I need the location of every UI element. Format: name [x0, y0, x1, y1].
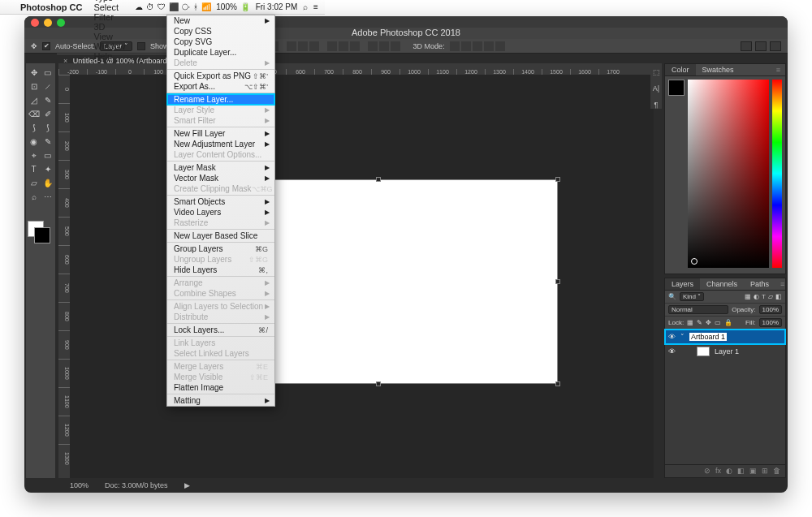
layer-foot-icon[interactable]: ◧: [737, 467, 745, 476]
visibility-icon[interactable]: 👁: [668, 333, 676, 341]
menu-item[interactable]: Export As...⌥⇧⌘': [167, 81, 274, 92]
menu-item[interactable]: Lock Layers...⌘/: [167, 325, 274, 335]
filter-type-icon[interactable]: T: [762, 293, 766, 300]
menu-view[interactable]: View: [88, 32, 131, 41]
menu-item[interactable]: New▶: [167, 15, 274, 26]
zoom-level[interactable]: 100%: [70, 481, 89, 489]
minibar-icon[interactable]: ⬚: [653, 68, 660, 76]
distribute-icon[interactable]: [379, 41, 389, 51]
tool-icon[interactable]: ⊡: [28, 80, 40, 93]
menu-item[interactable]: Quick Export as PNG⇧⌘': [167, 71, 274, 81]
menu-item[interactable]: Group Layers⌘G: [167, 243, 274, 254]
tool-icon[interactable]: ⟋: [41, 80, 54, 93]
menu-filter[interactable]: Filter: [88, 12, 131, 22]
lock-all-icon[interactable]: 🔒: [724, 319, 732, 326]
align-icon[interactable]: [309, 41, 319, 51]
layer-foot-icon[interactable]: ⊘: [704, 467, 710, 476]
menu-item[interactable]: Matting▶: [167, 395, 274, 406]
align-icon[interactable]: [298, 41, 308, 51]
show-transform-checkbox[interactable]: [137, 42, 145, 50]
layer-foot-icon[interactable]: fx: [715, 467, 721, 476]
transform-handle[interactable]: [376, 177, 381, 182]
layer-foot-icon[interactable]: ◐: [726, 467, 732, 476]
color-picker[interactable]: [688, 80, 769, 268]
chevron-down-icon[interactable]: ˅: [680, 333, 685, 341]
lock-pixels-icon[interactable]: ✎: [697, 319, 702, 326]
tab-paths[interactable]: Paths: [744, 278, 775, 290]
tool-icon[interactable]: ✦: [41, 163, 54, 175]
menu-item[interactable]: Duplicate Layer...: [167, 47, 274, 58]
filter-smart-icon[interactable]: ◧: [775, 293, 782, 300]
search-icon[interactable]: [741, 41, 752, 51]
app-name[interactable]: Photoshop CC: [15, 0, 88, 14]
minimize-icon[interactable]: [44, 19, 52, 27]
menu-help[interactable]: Help: [88, 51, 131, 61]
minibar-icon[interactable]: A|: [653, 84, 659, 93]
menu-select[interactable]: Select: [88, 2, 131, 12]
tab-channels[interactable]: Channels: [700, 278, 744, 290]
tool-icon[interactable]: ▱: [28, 177, 40, 189]
opacity-input[interactable]: 100%: [759, 305, 782, 314]
tool-icon[interactable]: ✥: [28, 67, 40, 79]
menu-item[interactable]: Copy CSS: [167, 26, 274, 37]
transform-handle[interactable]: [555, 279, 560, 284]
menu-item[interactable]: Layer Mask▶: [167, 162, 274, 173]
filter-shape-icon[interactable]: ▱: [768, 293, 773, 300]
transform-handle[interactable]: [555, 177, 560, 182]
tool-icon[interactable]: ✎: [41, 94, 54, 106]
layer-row[interactable]: 👁Layer 1: [665, 344, 785, 359]
auto-select-checkbox[interactable]: ✔: [42, 42, 50, 50]
menu-item[interactable]: Rename Layer...: [167, 94, 274, 105]
panel-menu-icon[interactable]: ≡: [775, 278, 788, 290]
lock-position-icon[interactable]: ✥: [706, 319, 711, 326]
layer-thumbnail[interactable]: [697, 347, 710, 356]
minibar-icon[interactable]: ¶: [654, 101, 659, 109]
filter-pixel-icon[interactable]: ▦: [745, 293, 751, 300]
distribute-icon[interactable]: [339, 41, 348, 51]
tab-layers[interactable]: Layers: [665, 278, 700, 290]
menu-item[interactable]: Flatten Image: [167, 382, 274, 393]
tool-icon[interactable]: ✎: [41, 136, 54, 148]
color-swatches[interactable]: [28, 221, 54, 245]
lock-artboard-icon[interactable]: ▭: [715, 319, 721, 326]
tool-icon[interactable]: ⌖: [28, 149, 40, 162]
blend-mode-dropdown[interactable]: Normal: [668, 305, 728, 314]
tool-icon[interactable]: ⋯: [41, 191, 54, 203]
distribute-icon[interactable]: [368, 41, 378, 51]
workspace-icon[interactable]: [755, 41, 767, 51]
tool-icon[interactable]: ✐: [41, 108, 54, 120]
menu-window[interactable]: Window: [88, 41, 131, 51]
hue-slider[interactable]: [772, 80, 782, 268]
layer-menu-dropdown[interactable]: New▶Copy CSSCopy SVGDuplicate Layer...De…: [166, 15, 275, 407]
tool-icon[interactable]: ⟆: [28, 122, 40, 134]
tab-swatches[interactable]: Swatches: [696, 64, 741, 75]
distribute-icon[interactable]: [391, 41, 400, 51]
mode-3d-icon[interactable]: [484, 41, 494, 51]
tool-icon[interactable]: T: [28, 163, 40, 175]
menu-item[interactable]: New Fill Layer▶: [167, 128, 274, 139]
menu-item[interactable]: Video Layers▶: [167, 207, 274, 218]
filter-kind-dropdown[interactable]: Kind ˅: [680, 292, 704, 301]
share-icon[interactable]: [770, 41, 781, 51]
foreground-swatch[interactable]: [668, 80, 685, 96]
tool-icon[interactable]: ⟆: [41, 122, 54, 134]
menu-3d[interactable]: 3D: [88, 22, 131, 32]
align-icon[interactable]: [287, 41, 296, 51]
menu-item[interactable]: Copy SVG: [167, 37, 274, 47]
distribute-icon[interactable]: [350, 41, 360, 51]
menu-item[interactable]: New Adjustment Layer▶: [167, 139, 274, 149]
menu-item[interactable]: Vector Mask▶: [167, 173, 274, 183]
layer-name-input[interactable]: Artboard 1: [689, 333, 727, 341]
canvas-area[interactable]: [70, 75, 654, 478]
mode-3d-icon[interactable]: [495, 41, 505, 51]
tool-icon[interactable]: ▭: [41, 67, 54, 79]
mode-3d-icon[interactable]: [473, 41, 482, 51]
status-arrow-icon[interactable]: ▶: [184, 481, 190, 489]
distribute-icon[interactable]: [327, 41, 337, 51]
tool-icon[interactable]: ◉: [28, 136, 40, 148]
tool-icon[interactable]: ◿: [28, 94, 40, 106]
fill-input[interactable]: 100%: [759, 318, 782, 327]
close-icon[interactable]: [31, 19, 39, 27]
lock-transparent-icon[interactable]: ▦: [687, 319, 693, 326]
visibility-icon[interactable]: 👁: [668, 347, 676, 355]
